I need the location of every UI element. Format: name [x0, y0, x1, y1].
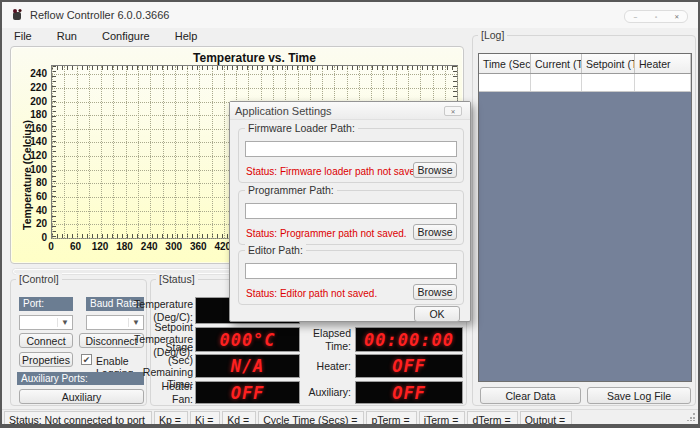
title-bar: Reflow Controller 6.0.0.3666 – ▫ ✕: [2, 2, 698, 28]
editor-status-text: Status: Editor path not saved.: [246, 288, 377, 299]
minimize-icon[interactable]: –: [625, 11, 646, 22]
dialog-close-icon[interactable]: ✕: [444, 106, 462, 116]
chart-title: Temperature vs. Time: [51, 51, 458, 65]
y-tick-label: 140: [19, 136, 47, 147]
x-gridline: [163, 66, 164, 238]
log-empty-row[interactable]: [479, 74, 691, 92]
y-tick-label: 240: [19, 68, 47, 79]
auxiliary-value: OFF: [392, 383, 426, 403]
ok-button[interactable]: OK: [414, 306, 460, 322]
auxiliary-button[interactable]: Auxiliary: [19, 389, 144, 404]
menu-run[interactable]: Run: [47, 28, 87, 44]
y-tick-label: 180: [19, 109, 47, 120]
control-panel: [Control] Port: Baud Rate: ▼ ▼ Connect D…: [10, 279, 147, 406]
x-gridline: [224, 66, 225, 238]
chevron-down-icon: ▼: [57, 318, 72, 327]
y-gridline: [52, 88, 457, 89]
stage-remaining-time-display: N/A: [195, 354, 300, 378]
y-tick-label: 60: [19, 191, 47, 202]
programmer-browse-button[interactable]: Browse: [413, 224, 457, 240]
log-column-heater[interactable]: Heater: [635, 54, 691, 73]
log-column-current[interactable]: Current (T): [531, 54, 582, 73]
menu-help[interactable]: Help: [165, 28, 208, 44]
control-panel-label: [Control]: [16, 273, 62, 285]
setpoint-temperature-value: 000°C: [219, 330, 275, 350]
connect-button[interactable]: Connect: [19, 333, 73, 348]
menu-file[interactable]: File: [4, 28, 42, 44]
close-icon[interactable]: ✕: [666, 11, 687, 22]
stage-remaining-time-value: N/A: [231, 356, 265, 376]
dialog-title-bar: Application Settings ✕: [230, 102, 470, 120]
window-title: Reflow Controller 6.0.0.3666: [30, 9, 169, 21]
statusbar-kp: Kp =: [154, 411, 188, 426]
programmer-path-label: Programmer Path:: [245, 184, 337, 196]
x-gridline: [187, 66, 188, 238]
heater-fan-value: OFF: [231, 383, 265, 403]
y-tick-label: 120: [19, 150, 47, 161]
enable-logging-checkbox[interactable]: ✔: [81, 354, 92, 365]
log-table[interactable]: Time (Sec) Current (T) Setpoint (T) Heat…: [478, 53, 692, 382]
y-tick-label: 220: [19, 82, 47, 93]
app-window: Reflow Controller 6.0.0.3666 – ▫ ✕ File …: [0, 0, 700, 428]
menu-configure[interactable]: Configure: [92, 28, 160, 44]
stage-remaining-time-label: Stage (Sec) Remaining Time:: [153, 354, 193, 378]
y-tick-label: 100: [19, 164, 47, 175]
x-gridline: [199, 66, 200, 238]
properties-button[interactable]: Properties: [19, 352, 73, 367]
y-tick-label: 40: [19, 205, 47, 216]
firmware-loader-path-input[interactable]: [245, 141, 457, 157]
temperature-label: Temperature (Deg/C):: [153, 297, 193, 324]
x-gridline: [52, 66, 53, 238]
x-gridline: [64, 66, 65, 238]
port-select[interactable]: ▼: [19, 315, 73, 330]
statusbar-kd: Kd =: [222, 411, 256, 426]
auxiliary-label: Auxiliary:: [301, 381, 351, 404]
log-column-time[interactable]: Time (Sec): [479, 54, 531, 73]
status-bar: Status: Not connected to port Kp = Ki = …: [2, 409, 698, 427]
firmware-loader-path-group: Firmware Loader Path: Status: Firmware l…: [238, 128, 464, 183]
x-gridline: [113, 66, 114, 238]
elapsed-time-value: 00:00:00: [364, 330, 454, 350]
x-gridline: [150, 66, 151, 238]
y-tick-label: 20: [19, 218, 47, 229]
maximize-icon[interactable]: ▫: [646, 11, 667, 22]
setpoint-temperature-display: 000°C: [195, 327, 300, 352]
statusbar-cycle-time: Cycle Time (Secs) =: [258, 411, 364, 426]
log-panel: [Log] Time (Sec) Current (T) Setpoint (T…: [472, 35, 696, 406]
heater-label: Heater:: [301, 354, 351, 378]
window-controls: – ▫ ✕: [624, 10, 688, 23]
save-log-file-button[interactable]: Save Log File: [587, 387, 691, 404]
statusbar-ki: Ki =: [190, 411, 220, 426]
statusbar-dterm: dTerm =: [467, 411, 517, 426]
firmware-loader-status-text: Status: Firmware loader path not saved.: [246, 166, 423, 177]
editor-browse-button[interactable]: Browse: [413, 284, 457, 300]
dialog-title: Application Settings: [235, 105, 332, 117]
resize-grip[interactable]: [686, 412, 695, 421]
editor-path-input[interactable]: [245, 263, 457, 279]
statusbar-pterm: pTerm =: [366, 411, 416, 426]
programmer-path-input[interactable]: [245, 203, 457, 219]
clear-data-button[interactable]: Clear Data: [480, 387, 581, 404]
y-gridline: [52, 74, 457, 75]
heater-fan-label: Heater Fan:: [153, 381, 193, 404]
application-settings-dialog: Application Settings ✕ Firmware Loader P…: [229, 101, 471, 322]
x-gridline: [77, 66, 78, 238]
y-tick-label: 200: [19, 96, 47, 107]
y-tick-label: 160: [19, 123, 47, 134]
x-gridline: [138, 66, 139, 238]
editor-path-group: Editor Path: Status: Editor path not sav…: [238, 250, 464, 305]
auxiliary-display: OFF: [355, 381, 463, 404]
programmer-path-group: Programmer Path: Status: Programmer path…: [238, 190, 464, 245]
y-tick-label: 80: [19, 177, 47, 188]
log-table-header: Time (Sec) Current (T) Setpoint (T) Heat…: [479, 54, 691, 74]
elapsed-time-label: Elapsed Time:: [301, 327, 351, 352]
statusbar-iterm: iTerm =: [419, 411, 466, 426]
firmware-browse-button[interactable]: Browse: [413, 162, 457, 178]
y-tick-label: 0: [19, 232, 47, 243]
log-column-setpoint[interactable]: Setpoint (T): [582, 54, 635, 73]
status-panel-label: [Status]: [156, 273, 198, 285]
programmer-status-text: Status: Programmer path not saved.: [246, 228, 407, 239]
elapsed-time-display: 00:00:00: [355, 327, 463, 352]
statusbar-output: Output =: [520, 411, 573, 426]
x-gridline: [101, 66, 102, 238]
